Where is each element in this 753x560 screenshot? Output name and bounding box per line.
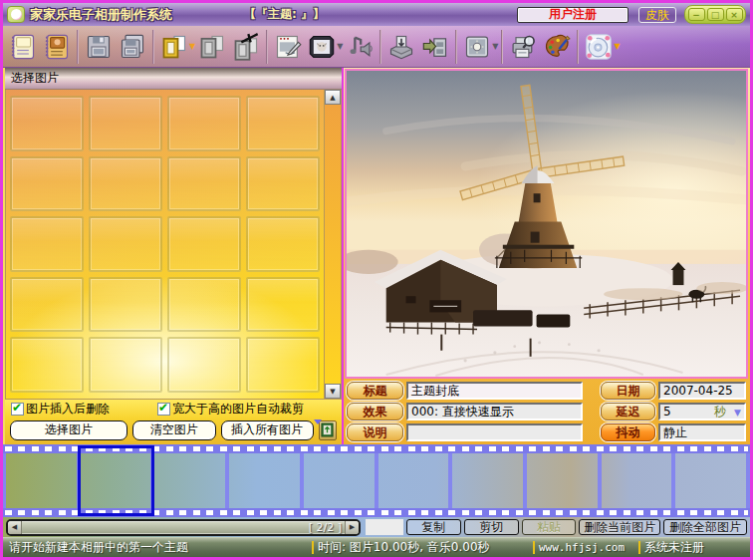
burn-cd-button[interactable] xyxy=(582,29,616,65)
thumbnail-slot[interactable] xyxy=(167,216,241,272)
delete-all-pictures-button[interactable]: 删除全部图片 xyxy=(663,519,747,535)
thumbnail-slot[interactable] xyxy=(10,96,84,151)
delay-label-button[interactable]: 延迟 xyxy=(601,403,655,420)
film-frame[interactable] xyxy=(527,453,602,508)
music-button[interactable] xyxy=(343,29,376,65)
import-scan-icon xyxy=(387,33,415,61)
delay-input[interactable]: 5 秒 ▼ xyxy=(658,403,746,420)
thumbnail-slot[interactable] xyxy=(167,156,241,212)
window-controls: − □ × xyxy=(684,5,746,24)
thumbnail-slot[interactable] xyxy=(167,277,241,333)
date-input[interactable]: 2007-04-25 xyxy=(658,382,746,400)
import-scan-button[interactable] xyxy=(384,29,418,65)
save-as-icon xyxy=(119,33,146,61)
slideshow-button[interactable] xyxy=(460,29,494,65)
thumbnail-slot[interactable] xyxy=(10,277,84,333)
thumbnail-slot[interactable] xyxy=(10,216,84,272)
description-input[interactable] xyxy=(406,423,583,441)
insert-photo-button[interactable] xyxy=(305,29,339,65)
date-label-button[interactable]: 日期 xyxy=(601,382,655,400)
title-label-button[interactable]: 标题 xyxy=(347,382,403,400)
delay-dropdown-icon[interactable]: ▼ xyxy=(734,408,741,418)
print-preview-button[interactable] xyxy=(506,29,540,65)
scroll-right-icon[interactable]: ▶ xyxy=(345,521,359,534)
thumbnail-slot[interactable] xyxy=(167,96,241,151)
thumbnail-slot[interactable] xyxy=(89,277,162,333)
open-album-button[interactable] xyxy=(40,29,74,65)
scroll-up-icon[interactable]: ▲ xyxy=(325,90,341,105)
description-label-button[interactable]: 说明 xyxy=(347,423,403,441)
thumbnail-slot[interactable] xyxy=(167,337,241,393)
checkbox-checked-icon[interactable] xyxy=(157,403,170,416)
film-scroll-track[interactable]: [ 2/2 ] xyxy=(22,521,345,534)
thumbnail-slot[interactable] xyxy=(246,337,320,393)
thumbnail-slot[interactable] xyxy=(246,156,320,212)
scroll-track[interactable] xyxy=(325,105,341,384)
slideshow-dropdown-icon[interactable]: ▼ xyxy=(492,42,498,51)
edit-text-button[interactable] xyxy=(271,29,305,65)
insert-theme-button[interactable] xyxy=(157,29,191,65)
select-pictures-button[interactable]: 选择图片 xyxy=(10,420,127,440)
thumbnail-slot[interactable] xyxy=(89,156,162,212)
copy-theme-button[interactable] xyxy=(195,29,229,65)
film-frame[interactable] xyxy=(229,453,304,508)
film-frame[interactable] xyxy=(3,453,81,508)
scroll-left-icon[interactable]: ◀ xyxy=(8,521,22,534)
toolbar-separator xyxy=(152,30,154,64)
film-frame[interactable] xyxy=(304,453,378,508)
thumbnail-slot[interactable] xyxy=(10,156,84,212)
new-album-button[interactable] xyxy=(6,29,40,65)
thumbnail-slot[interactable] xyxy=(89,96,162,151)
film-frame[interactable] xyxy=(675,453,750,508)
checkbox-checked-icon[interactable] xyxy=(11,403,24,416)
minimize-button[interactable]: − xyxy=(688,8,705,21)
new-album-icon xyxy=(9,33,37,61)
scroll-down-icon[interactable]: ▼ xyxy=(325,384,341,399)
thumbnail-slot[interactable] xyxy=(10,337,84,393)
maximize-button[interactable]: □ xyxy=(707,8,724,21)
delay-value: 5 xyxy=(663,405,671,419)
auto-crop-option[interactable]: 宽大于高的图片自动裁剪 xyxy=(157,401,304,418)
user-register-button[interactable]: 用户注册 xyxy=(517,7,628,23)
thumbnail-slot[interactable] xyxy=(246,96,320,151)
thumbnail-slot[interactable] xyxy=(89,216,162,272)
delete-after-insert-option[interactable]: 图片插入后删除 xyxy=(11,401,110,418)
thumbnail-slot[interactable] xyxy=(246,216,320,272)
delete-current-picture-button[interactable]: 删除当前图片 xyxy=(579,519,660,535)
cut-button[interactable]: 剪切 xyxy=(464,519,519,535)
shake-label-button[interactable]: 抖动 xyxy=(601,423,655,441)
thumbnail-scrollbar[interactable]: ▲ ▼ xyxy=(324,90,341,399)
shake-input[interactable]: 静止 xyxy=(658,423,746,441)
close-button[interactable]: × xyxy=(726,8,743,21)
insert-all-pictures-button[interactable]: 插入所有图片 xyxy=(221,420,314,440)
effect-input[interactable]: 000: 直接快速显示 xyxy=(406,403,583,420)
film-frame[interactable] xyxy=(378,453,453,508)
film-frame-selected[interactable] xyxy=(81,453,155,508)
skin-button[interactable]: 皮肤 xyxy=(638,7,676,23)
delete-theme-button[interactable] xyxy=(229,29,263,65)
film-scrollbar[interactable]: ◀ [ 2/2 ] ▶ xyxy=(6,519,361,536)
burn-cd-dropdown-icon[interactable]: ▼ xyxy=(614,42,620,51)
thumbnail-slot[interactable] xyxy=(246,277,320,333)
thumbnail-slot[interactable] xyxy=(89,337,162,393)
quick-insert-button[interactable] xyxy=(319,420,337,440)
music-icon xyxy=(346,33,374,61)
import-film-button[interactable] xyxy=(418,29,452,65)
film-frame[interactable] xyxy=(154,453,229,508)
clear-pictures-button[interactable]: 清空图片 xyxy=(132,420,215,440)
title-input[interactable]: 主题封底 xyxy=(406,382,583,400)
palette-button[interactable] xyxy=(540,29,574,65)
save-button[interactable] xyxy=(82,29,116,65)
copy-button[interactable]: 复制 xyxy=(406,519,461,535)
theme-preview-image[interactable] xyxy=(345,69,748,379)
paste-button[interactable]: 粘贴 xyxy=(522,519,577,535)
effect-label-button[interactable]: 效果 xyxy=(347,403,403,420)
save-as-button[interactable] xyxy=(116,29,149,65)
film-frame[interactable] xyxy=(602,453,676,508)
save-icon xyxy=(85,33,113,61)
toolbar-separator xyxy=(577,30,579,64)
window-title: 家家乐电子相册制作系统 xyxy=(30,6,172,24)
film-frame[interactable] xyxy=(452,453,527,508)
print-preview-icon xyxy=(509,33,537,61)
edit-text-icon xyxy=(274,33,302,61)
